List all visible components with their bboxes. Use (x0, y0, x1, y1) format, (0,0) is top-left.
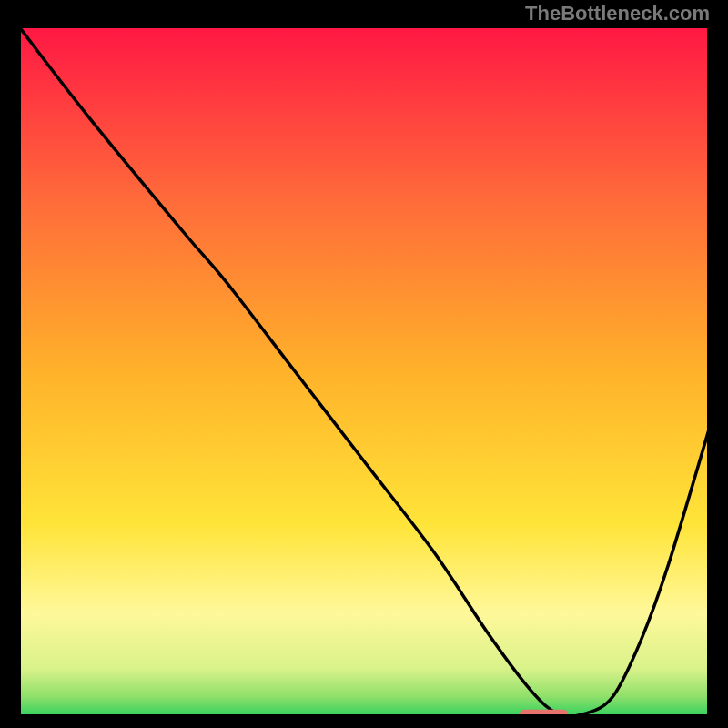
watermark-text: TheBottleneck.com (525, 2, 710, 25)
bottleneck-chart (18, 25, 710, 717)
gradient-background (18, 25, 710, 717)
